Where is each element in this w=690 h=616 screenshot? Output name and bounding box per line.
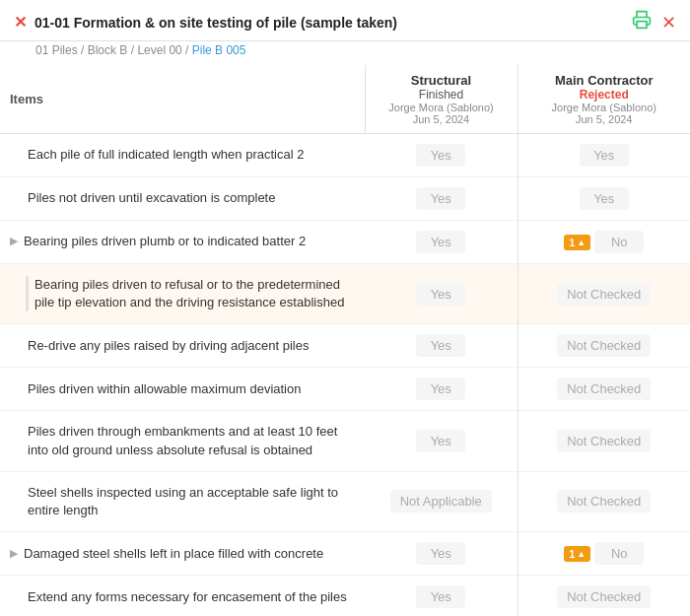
structural-value-7: Yes xyxy=(365,411,518,471)
breadcrumb-text: 01 Piles / Block B / Level 00 / xyxy=(35,43,188,57)
header: ✕ 01-01 Formation & on site testing of p… xyxy=(0,0,690,65)
top-close-icon[interactable]: ✕ xyxy=(661,12,676,34)
row-text-5: Re-drive any piles raised by driving adj… xyxy=(28,337,309,355)
main-value-10: Not Checked xyxy=(518,576,690,616)
table-row-item-4: Bearing piles driven to refusal or to th… xyxy=(0,264,365,324)
row-text-1: Each pile of full indicated length when … xyxy=(28,146,304,164)
row-text-2: Piles not driven until excavation is com… xyxy=(28,189,275,207)
main-value-6: Not Checked xyxy=(518,368,690,411)
alert-wrap-3: 1 ▲No xyxy=(564,231,644,253)
col-header-items: Items xyxy=(0,65,365,134)
table-row-item-10: Extend any forms necessary for encasemen… xyxy=(0,576,365,616)
main-value-8: Not Checked xyxy=(518,471,690,531)
structural-value-9: Yes xyxy=(365,532,518,576)
structural-value-10: Yes xyxy=(365,576,518,616)
alert-badge-9: 1 ▲ xyxy=(564,546,590,562)
header-title: 01-01 Formation & on site testing of pil… xyxy=(34,15,624,31)
structural-value-4: Yes xyxy=(365,264,518,324)
table-wrapper: Items Structural Finished Jorge Mora (Sa… xyxy=(0,65,690,616)
row-text-8: Steel shells inspected using an acceptab… xyxy=(28,484,355,519)
structural-value-8: Not Applicable xyxy=(365,471,518,531)
main-value-2: Yes xyxy=(518,177,690,221)
row-text-10: Extend any forms necessary for encasemen… xyxy=(28,588,347,606)
table-row-item-1: Each pile of full indicated length when … xyxy=(0,134,365,177)
table-row-item-5: Re-drive any piles raised by driving adj… xyxy=(0,324,365,368)
structural-value-5: Yes xyxy=(365,324,518,368)
svg-rect-0 xyxy=(637,22,647,29)
table-row-item-7: Piles driven through embankments and at … xyxy=(0,411,365,471)
main-value-4: Not Checked xyxy=(518,264,690,324)
pile-link[interactable]: Pile B 005 xyxy=(192,43,246,57)
checklist-table: Items Structural Finished Jorge Mora (Sa… xyxy=(0,65,690,616)
alert-wrap-9: 1 ▲No xyxy=(564,542,644,565)
structural-value-2: Yes xyxy=(365,177,518,221)
col-header-main-contractor: Main Contractor Rejected Jorge Mora (Sab… xyxy=(518,65,690,134)
row-text-9: Damaged steel shells left in place fille… xyxy=(24,545,323,563)
main-value-9: 1 ▲No xyxy=(518,532,690,576)
row-text-6: Piles driven within allowable maximum de… xyxy=(28,380,301,398)
row-text-7: Piles driven through embankments and at … xyxy=(28,423,355,458)
main-value-3: 1 ▲No xyxy=(518,221,690,264)
alert-badge-3: 1 ▲ xyxy=(564,235,590,250)
chevron-icon-3[interactable]: ▶ xyxy=(10,235,18,247)
col-header-structural: Structural Finished Jorge Mora (Sablono)… xyxy=(365,65,518,134)
main-value-5: Not Checked xyxy=(518,324,690,368)
table-row-item-8: Steel shells inspected using an acceptab… xyxy=(0,471,365,531)
structural-value-6: Yes xyxy=(365,368,518,411)
structural-value-3: Yes xyxy=(365,221,518,264)
row-text-4: Bearing piles driven to refusal or to th… xyxy=(34,276,355,311)
table-row-item-2: Piles not driven until excavation is com… xyxy=(0,177,365,221)
table-row-item-6: Piles driven within allowable maximum de… xyxy=(0,368,365,411)
table-row-item-3: ▶Bearing piles driven plumb or to indica… xyxy=(0,221,365,264)
structural-value-1: Yes xyxy=(365,134,518,177)
main-value-7: Not Checked xyxy=(518,411,690,471)
chevron-icon-9[interactable]: ▶ xyxy=(10,547,18,560)
row-text-3: Bearing piles driven plumb or to indicat… xyxy=(24,233,306,250)
table-row-item-9: ▶Damaged steel shells left in place fill… xyxy=(0,532,365,576)
header-close-icon[interactable]: ✕ xyxy=(14,13,27,32)
main-value-1: Yes xyxy=(518,134,690,177)
print-icon[interactable] xyxy=(632,10,652,34)
